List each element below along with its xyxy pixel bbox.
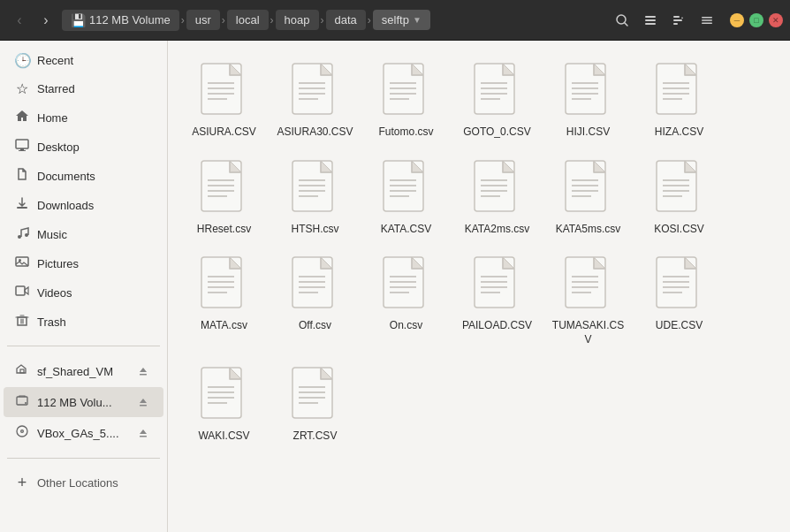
sidebar-item-videos[interactable]: Videos xyxy=(4,278,163,307)
sidebar: 🕒 Recent ☆ Starred Home Desktop xyxy=(0,41,168,532)
file-name-label: KATA2ms.csv xyxy=(465,223,530,237)
videos-icon xyxy=(14,284,30,301)
list-item[interactable]: On.csv xyxy=(364,248,448,352)
sidebar-item-downloads[interactable]: Downloads xyxy=(4,191,163,219)
file-name-label: HReset.csv xyxy=(197,223,251,237)
eject-icon-2 xyxy=(138,397,148,407)
sidebar-devices-section: sf_Shared_VM 112 MB Volu... VBox_GAs_5.. xyxy=(0,350,167,454)
breadcrumb-usr[interactable]: usr xyxy=(186,10,220,30)
svg-rect-2 xyxy=(645,16,656,18)
svg-rect-3 xyxy=(645,19,656,21)
sidebar-item-vbox[interactable]: VBox_GAs_5.... xyxy=(4,418,163,448)
eject-vbox-button[interactable] xyxy=(133,423,153,443)
search-icon xyxy=(615,13,629,27)
trash-icon xyxy=(14,313,30,331)
main-area: 🕒 Recent ☆ Starred Home Desktop xyxy=(0,41,790,532)
sidebar-item-documents[interactable]: Documents xyxy=(4,162,163,190)
file-name-label: MATA.csv xyxy=(201,319,247,333)
breadcrumb-selftp[interactable]: selftp ▼ xyxy=(373,10,430,30)
file-name-label: PAILOAD.CSV xyxy=(462,319,532,333)
file-icon xyxy=(290,62,341,120)
sidebar-item-home[interactable]: Home xyxy=(4,103,163,132)
list-item[interactable]: ASIURA.CSV xyxy=(182,55,266,145)
file-area: ASIURA.CSV ASIURA30.CSV Futomo.csv xyxy=(168,41,790,532)
list-item[interactable]: TUMASAKI.CSV xyxy=(546,248,630,352)
sidebar-item-music[interactable]: Music xyxy=(4,220,163,248)
sidebar-item-pictures[interactable]: Pictures xyxy=(4,249,163,277)
sidebar-item-trash[interactable]: Trash xyxy=(4,308,163,336)
hamburger-icon xyxy=(700,13,714,27)
file-name-label: KATA5ms.csv xyxy=(556,223,621,237)
sidebar-item-sf-shared[interactable]: sf_Shared_VM xyxy=(4,356,163,386)
maximize-button[interactable]: □ xyxy=(749,13,763,27)
minimize-button[interactable]: ─ xyxy=(730,13,744,27)
svg-rect-14 xyxy=(19,150,26,151)
breadcrumb-volume[interactable]: 💾 112 MB Volume xyxy=(62,10,179,31)
list-item[interactable]: ZRT.CSV xyxy=(273,359,357,449)
menu-button[interactable] xyxy=(695,8,719,33)
eject-112mb-button[interactable] xyxy=(133,392,153,412)
forward-button[interactable]: › xyxy=(34,8,58,33)
sidebar-item-other-locations[interactable]: + Other Locations xyxy=(4,468,163,498)
sort-button[interactable] xyxy=(666,8,691,33)
sidebar-item-112mb[interactable]: 112 MB Volu... xyxy=(4,387,163,417)
list-item[interactable]: UDE.CSV xyxy=(637,248,721,352)
downloads-icon xyxy=(14,196,30,214)
breadcrumb-sep-3: › xyxy=(270,14,274,27)
close-button[interactable]: ✕ xyxy=(769,13,783,27)
sidebar-places-section: 🕒 Recent ☆ Starred Home Desktop xyxy=(0,41,167,342)
view-list-button[interactable] xyxy=(638,8,663,33)
file-icon xyxy=(199,255,250,314)
sidebar-bottom-section: + Other Locations xyxy=(0,462,167,504)
svg-marker-8 xyxy=(681,17,683,19)
list-item[interactable]: GOTO_0.CSV xyxy=(455,55,539,145)
svg-rect-6 xyxy=(673,19,682,21)
list-item[interactable]: PAILOAD.CSV xyxy=(455,248,539,352)
list-item[interactable]: KATA2ms.csv xyxy=(455,152,539,242)
list-item[interactable]: HTSH.csv xyxy=(273,152,357,242)
sidebar-item-desktop[interactable]: Desktop xyxy=(4,133,163,161)
svg-rect-11 xyxy=(702,22,712,24)
eject-sf-shared-button[interactable] xyxy=(133,361,153,381)
list-item[interactable]: ASIURA30.CSV xyxy=(273,55,357,145)
list-item[interactable]: KOSI.CSV xyxy=(637,152,721,242)
svg-point-30 xyxy=(21,430,23,432)
svg-marker-26 xyxy=(140,399,147,403)
list-item[interactable]: Futomo.csv xyxy=(364,55,448,145)
documents-icon xyxy=(14,167,30,185)
file-icon xyxy=(290,366,341,424)
breadcrumb-local[interactable]: local xyxy=(227,10,269,30)
eject-icon-3 xyxy=(138,428,148,438)
list-item[interactable]: HReset.csv xyxy=(182,152,266,242)
svg-rect-4 xyxy=(645,23,656,25)
back-button[interactable]: ‹ xyxy=(7,8,32,33)
list-item[interactable]: WAKI.CSV xyxy=(182,359,266,449)
dropdown-arrow-icon: ▼ xyxy=(413,15,422,25)
file-name-label: HIZA.CSV xyxy=(655,125,703,140)
svg-rect-10 xyxy=(702,19,712,21)
file-icon xyxy=(381,255,432,314)
search-button[interactable] xyxy=(610,8,634,33)
sidebar-divider-1 xyxy=(7,346,160,346)
nav-buttons: ‹ › xyxy=(7,8,58,33)
file-icon xyxy=(472,62,523,120)
breadcrumb-data[interactable]: data xyxy=(326,10,366,30)
list-item[interactable]: HIZA.CSV xyxy=(637,55,721,145)
svg-rect-15 xyxy=(17,207,27,209)
file-icon xyxy=(381,62,432,120)
svg-line-1 xyxy=(625,23,627,26)
list-item[interactable]: MATA.csv xyxy=(182,248,266,352)
list-item[interactable]: Off.csv xyxy=(273,248,357,352)
svg-rect-32 xyxy=(140,436,147,437)
sidebar-item-starred[interactable]: ☆ Starred xyxy=(4,75,163,103)
file-icon xyxy=(563,159,614,217)
list-item[interactable]: HIJI.CSV xyxy=(546,55,630,145)
svg-rect-23 xyxy=(140,374,147,376)
svg-rect-12 xyxy=(16,140,28,148)
file-name-label: WAKI.CSV xyxy=(198,429,249,444)
list-item[interactable]: KATA5ms.csv xyxy=(546,152,630,242)
svg-point-19 xyxy=(19,259,21,262)
breadcrumb-hoap[interactable]: hoap xyxy=(276,10,319,30)
sidebar-item-recent[interactable]: 🕒 Recent xyxy=(4,47,163,74)
list-item[interactable]: KATA.CSV xyxy=(364,152,448,242)
